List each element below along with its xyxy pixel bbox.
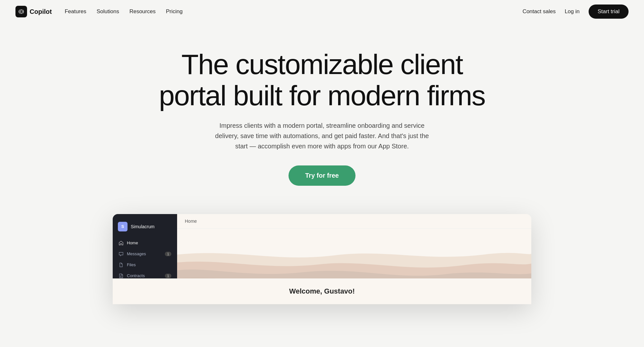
welcome-text: Welcome, Gustavo! bbox=[289, 287, 355, 295]
contracts-badge: 1 bbox=[165, 274, 171, 278]
hero-heading-line2: portal built for modern firms bbox=[159, 80, 485, 111]
sidebar-brand: Simulacrum bbox=[131, 224, 155, 229]
sidebar-label-home: Home bbox=[127, 240, 138, 245]
sidebar-label-contracts: Contracts bbox=[127, 273, 145, 278]
hero-subtext: Impress clients with a modern portal, st… bbox=[213, 120, 431, 151]
sidebar-item-messages[interactable]: Messages 1 bbox=[115, 249, 175, 259]
try-for-free-button[interactable]: Try for free bbox=[289, 165, 355, 186]
nav-solutions[interactable]: Solutions bbox=[97, 8, 119, 14]
files-icon bbox=[118, 262, 124, 267]
home-icon bbox=[118, 240, 124, 246]
sidebar-label-messages: Messages bbox=[127, 251, 146, 256]
start-trial-button[interactable]: Start trial bbox=[589, 5, 629, 19]
dashboard-preview: S Simulacrum Home Messages 1 bbox=[113, 214, 531, 304]
sidebar-item-files[interactable]: Files bbox=[115, 260, 175, 270]
login-link[interactable]: Log in bbox=[565, 8, 580, 15]
sidebar-header: S Simulacrum bbox=[113, 219, 177, 238]
welcome-section: Welcome, Gustavo! bbox=[113, 278, 531, 304]
sidebar-label-files: Files bbox=[127, 262, 136, 267]
logo-link[interactable]: Copilot bbox=[15, 6, 52, 17]
hero-heading: The customizable client portal built for… bbox=[159, 49, 485, 111]
logo-icon bbox=[15, 6, 27, 17]
main-header-title: Home bbox=[185, 219, 197, 224]
nav-pricing[interactable]: Pricing bbox=[166, 8, 183, 14]
nav-right: Contact sales Log in Start trial bbox=[523, 5, 629, 19]
hero-heading-line1: The customizable client bbox=[181, 48, 463, 80]
sidebar-avatar: S bbox=[118, 222, 128, 231]
nav-left: Copilot Features Solutions Resources Pri… bbox=[15, 6, 183, 17]
svg-rect-0 bbox=[15, 6, 27, 17]
main-content: Home Welcome, Gustavo! bbox=[177, 214, 531, 304]
message-icon bbox=[118, 251, 124, 257]
nav-resources[interactable]: Resources bbox=[129, 8, 156, 14]
contracts-icon bbox=[118, 273, 124, 278]
messages-badge: 1 bbox=[165, 252, 171, 256]
main-header: Home bbox=[177, 214, 531, 229]
sidebar-item-home[interactable]: Home bbox=[115, 238, 175, 248]
nav-features[interactable]: Features bbox=[65, 8, 86, 14]
hero-section: The customizable client portal built for… bbox=[0, 23, 644, 199]
nav-links: Features Solutions Resources Pricing bbox=[65, 8, 183, 15]
navbar: Copilot Features Solutions Resources Pri… bbox=[0, 0, 644, 23]
contact-sales-link[interactable]: Contact sales bbox=[523, 8, 556, 15]
logo-text: Copilot bbox=[30, 8, 52, 15]
